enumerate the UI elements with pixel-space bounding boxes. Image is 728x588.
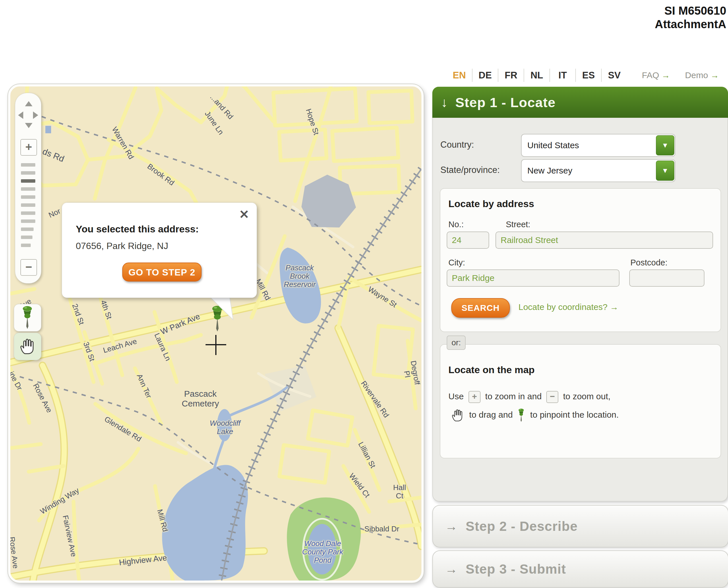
pan-right-button[interactable] — [33, 111, 38, 119]
pan-up-button[interactable] — [25, 101, 32, 106]
down-arrow-icon: ↓ — [441, 94, 448, 110]
postcode-label: Postcode: — [631, 258, 667, 268]
country-value: United States — [522, 141, 656, 150]
popup-address: 07656, Park Ridge, NJ — [76, 241, 168, 251]
map-label: Sibbald Dr — [364, 525, 399, 533]
zoom-out-button[interactable]: − — [20, 259, 37, 276]
document-id: SI M650610 — [554, 4, 726, 18]
locate-by-coordinates-link[interactable]: Locate by coordinates? → — [519, 302, 619, 312]
city-input[interactable] — [447, 269, 619, 287]
pan-left-button[interactable] — [18, 111, 23, 119]
close-icon[interactable]: ✕ — [239, 209, 249, 220]
map-label: Hall Ct — [389, 483, 411, 500]
step3-arrow-icon: → — [445, 562, 458, 576]
pan-down-button[interactable] — [25, 123, 32, 128]
zoom-in-button[interactable]: + — [20, 139, 37, 156]
lang-tab-fr[interactable]: FR — [498, 69, 524, 82]
map-label: ine Dr — [8, 370, 24, 392]
address-popup: ✕ You selected this address: 07656, Park… — [62, 203, 257, 298]
hand-icon — [451, 408, 464, 422]
faq-arrow-icon: → — [661, 70, 670, 80]
popup-title: You selected this address: — [76, 224, 199, 235]
lang-tab-de[interactable]: DE — [472, 69, 498, 82]
demo-link[interactable]: Demo → — [685, 70, 719, 80]
hand-tool-icon — [19, 337, 37, 355]
lang-tab-it[interactable]: IT — [549, 69, 575, 82]
no-input[interactable] — [447, 232, 489, 249]
map-label: Leach Ave — [102, 337, 138, 355]
map-label: Rose Ave — [31, 382, 54, 414]
coords-arrow-icon: → — [610, 302, 619, 312]
map-label: Rivervale Rd — [359, 379, 391, 419]
map-label: Highview Ave — [118, 553, 167, 567]
step3-title: Step 3 - Submit — [466, 561, 566, 577]
map-nav-pad: + − — [15, 93, 41, 284]
instruction-line-2: to drag and to pinpoint the location. — [448, 405, 712, 424]
zoom-in-icon: + — [468, 391, 481, 403]
map-label: W Park Ave — [159, 312, 201, 336]
map-label: ds Rd — [41, 147, 65, 164]
map-label: Degroff Pl — [401, 360, 421, 387]
locate-by-address-heading: Locate by address — [448, 198, 534, 209]
map-label: Laura Ln — [153, 332, 172, 362]
map-label: Brook Rd — [146, 162, 176, 187]
map-label: Wood Dale County Park Pond — [302, 540, 343, 564]
country-dropdown-arrow-icon[interactable]: ▼ — [656, 135, 674, 155]
or-divider: or: — [447, 336, 466, 350]
pin-tool-button[interactable] — [14, 304, 41, 332]
lang-tab-en[interactable]: EN — [447, 69, 472, 82]
map-label: Warren Rd — [110, 126, 135, 161]
map-instructions: Use + to zoom in and − to zoom out, to d… — [448, 387, 712, 424]
country-label: Country: — [440, 140, 474, 150]
state-value: New Jersey — [522, 166, 656, 175]
map-label: 4th St — [99, 299, 114, 320]
pin-tool-icon — [21, 306, 35, 330]
map-label: Nor — [47, 207, 62, 219]
map-label: Rose Ave — [8, 536, 20, 569]
map-label: Wayne St — [367, 285, 398, 309]
state-dropdown[interactable]: New Jersey ▼ — [521, 159, 676, 182]
step2-title: Step 2 - Describe — [466, 519, 578, 534]
demo-arrow-icon: → — [710, 70, 719, 80]
locate-on-map-heading: Locate on the map — [448, 364, 534, 375]
lang-tab-sv[interactable]: SV — [601, 69, 627, 82]
step2-arrow-icon: → — [445, 519, 458, 533]
map-label: Hope St — [304, 108, 321, 136]
go-to-step2-button[interactable]: GO TO STEP 2 — [122, 262, 201, 281]
lang-tab-es[interactable]: ES — [575, 69, 601, 82]
document-header: SI M650610 AttachmentA — [554, 4, 726, 31]
map-label: 3rd St — [82, 341, 96, 362]
no-label: No.: — [448, 220, 464, 229]
map-label: Woodcliff Lake — [210, 419, 241, 436]
country-dropdown[interactable]: United States ▼ — [521, 134, 676, 157]
search-button[interactable]: SEARCH — [451, 298, 510, 318]
map-label: Fairview Ave — [61, 514, 78, 558]
map-label: 2nd St — [70, 303, 86, 326]
step2-bar[interactable]: → Step 2 - Describe — [432, 505, 728, 547]
hand-tool-button[interactable] — [14, 333, 41, 360]
attachment-label: AttachmentA — [554, 18, 726, 31]
step1-title: Step 1 - Locate — [455, 94, 555, 110]
street-label: Street: — [506, 220, 530, 229]
map-label: Glendale Rd — [103, 415, 143, 443]
faq-link[interactable]: FAQ → — [642, 70, 670, 80]
map-label: Lillian St — [356, 441, 377, 469]
street-input[interactable] — [495, 232, 713, 249]
map-label: Ann Ter — [135, 373, 153, 399]
lang-tab-nl[interactable]: NL — [524, 69, 549, 82]
map-label-overlay: ...and RdJune LnHope StWarren RdBrook Rd… — [10, 86, 421, 581]
map-label: Pascack Brook Reservoir — [284, 264, 315, 289]
step1-header[interactable]: ↓ Step 1 - Locate — [432, 87, 728, 118]
zoom-out-icon: − — [546, 391, 558, 403]
language-bar: EN DE FR NL IT ES SV FAQ → Demo → — [447, 67, 719, 83]
state-dropdown-arrow-icon[interactable]: ▼ — [656, 161, 674, 181]
pushpin-icon — [517, 408, 525, 423]
map-label: Wield Ct — [347, 472, 371, 499]
zoom-slider[interactable] — [21, 163, 35, 252]
map-label: Mill Rd — [156, 508, 170, 532]
step3-bar[interactable]: → Step 3 - Submit — [432, 550, 728, 588]
instruction-line-1: Use + to zoom in and − to zoom out, — [448, 387, 712, 405]
state-label: State/province: — [440, 165, 500, 175]
postcode-input[interactable] — [629, 269, 704, 287]
map-canvas[interactable]: ...and RdJune LnHope StWarren RdBrook Rd… — [8, 84, 424, 583]
